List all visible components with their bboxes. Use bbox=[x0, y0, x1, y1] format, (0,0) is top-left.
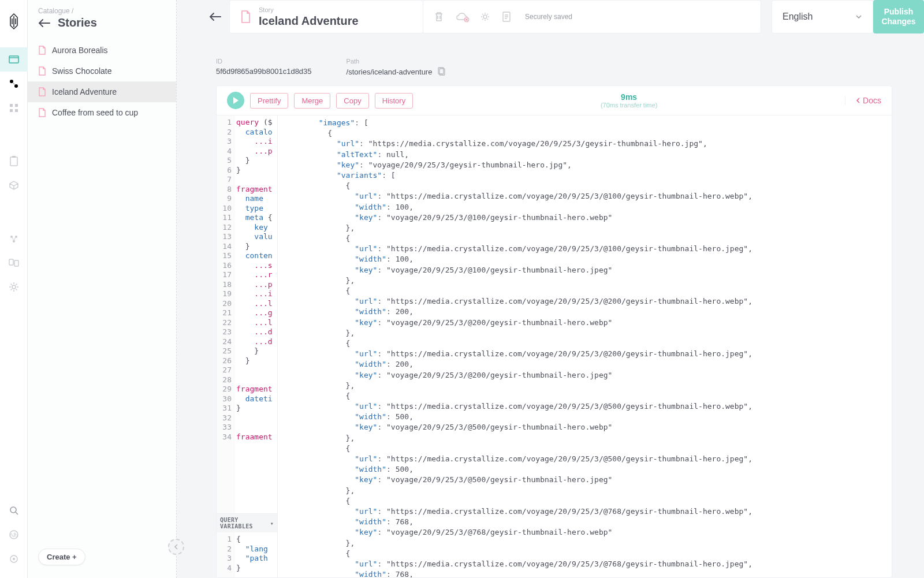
svg-point-21 bbox=[483, 15, 487, 18]
crystallize-logo[interactable] bbox=[7, 13, 21, 30]
back-arrow[interactable] bbox=[38, 18, 51, 28]
svg-rect-5 bbox=[10, 109, 13, 112]
svg-point-1 bbox=[10, 80, 13, 83]
back-button[interactable] bbox=[208, 0, 222, 33]
path-label: Path bbox=[346, 58, 446, 65]
sidebar-item[interactable]: Swiss Chocolate bbox=[28, 61, 176, 81]
document-icon bbox=[240, 10, 251, 23]
nav-translate[interactable] bbox=[0, 251, 28, 275]
result-pane[interactable]: "images": [ { "url": "https://media.crys… bbox=[278, 115, 892, 577]
document-icon bbox=[38, 87, 46, 96]
query-gutter: 1234567891011121314151617181920212223242… bbox=[217, 115, 235, 513]
document-icon bbox=[38, 46, 46, 55]
timing-sub: (70ms transfer time) bbox=[419, 102, 839, 109]
query-vars-header[interactable]: QUERY VARIABLES ▾ bbox=[217, 513, 277, 532]
svg-rect-3 bbox=[10, 104, 13, 107]
svg-rect-13 bbox=[14, 260, 18, 266]
nav-settings[interactable] bbox=[0, 275, 28, 299]
sidebar-title: Stories bbox=[58, 16, 97, 29]
copy-button[interactable]: Copy bbox=[336, 93, 368, 109]
nav-webhook[interactable] bbox=[0, 226, 28, 251]
save-status: Securely saved bbox=[525, 13, 572, 21]
sidebar-item[interactable]: Aurora Borealis bbox=[28, 40, 176, 61]
document-icon bbox=[38, 66, 46, 76]
svg-point-15 bbox=[10, 507, 16, 513]
nav-shapes[interactable] bbox=[0, 72, 28, 96]
copy-path-icon[interactable] bbox=[438, 67, 446, 76]
svg-point-2 bbox=[14, 84, 18, 88]
nav-help[interactable]: Aあ bbox=[0, 523, 28, 547]
nav-catalogue[interactable] bbox=[0, 47, 28, 72]
svg-point-14 bbox=[12, 285, 16, 289]
run-query-button[interactable] bbox=[227, 92, 244, 109]
document-icon bbox=[38, 108, 46, 117]
timing: 9ms bbox=[419, 92, 839, 102]
query-editor[interactable]: query ($ catalo ...i ...p }} fragment na… bbox=[235, 115, 273, 513]
svg-text:Aあ: Aあ bbox=[9, 532, 18, 538]
query-vars-editor[interactable]: { "lang "path} bbox=[235, 532, 268, 577]
svg-point-11 bbox=[13, 240, 15, 243]
breadcrumb[interactable]: Catalogue / bbox=[38, 7, 166, 15]
sidebar-item[interactable]: Coffee from seed to cup bbox=[28, 102, 176, 123]
merge-button[interactable]: Merge bbox=[294, 93, 330, 109]
kicker: Story bbox=[259, 6, 359, 13]
publish-button[interactable]: Publish Changes bbox=[873, 0, 924, 33]
id-label: ID bbox=[216, 58, 312, 65]
svg-rect-8 bbox=[12, 156, 16, 158]
svg-rect-7 bbox=[10, 157, 17, 166]
svg-rect-0 bbox=[9, 56, 18, 63]
svg-rect-12 bbox=[9, 259, 13, 265]
nav-search[interactable] bbox=[0, 498, 28, 523]
id-value: 5f6d9f865a99b8001c1d8d35 bbox=[216, 67, 312, 76]
svg-point-19 bbox=[13, 558, 15, 560]
svg-rect-6 bbox=[15, 109, 18, 112]
create-button[interactable]: Create + bbox=[38, 549, 85, 565]
chevron-down-icon bbox=[855, 14, 862, 19]
page-title: Iceland Adventure bbox=[259, 14, 359, 28]
chevron-down-icon: ▾ bbox=[270, 520, 274, 527]
gear-icon[interactable] bbox=[480, 12, 490, 22]
language-select[interactable]: English bbox=[772, 0, 873, 33]
sidebar-item[interactable]: Iceland Adventure bbox=[28, 81, 176, 102]
nav-cube[interactable] bbox=[0, 173, 28, 197]
path-value: /stories/iceland-adventure bbox=[346, 68, 433, 76]
nav-clipboard[interactable] bbox=[0, 149, 28, 173]
docs-link[interactable]: Docs bbox=[845, 96, 881, 105]
nav-gear[interactable] bbox=[0, 547, 28, 571]
cloud-sync-icon[interactable] bbox=[456, 12, 468, 21]
prettify-button[interactable]: Prettify bbox=[250, 93, 288, 109]
svg-rect-4 bbox=[15, 104, 18, 107]
collapse-sidebar[interactable] bbox=[168, 539, 184, 555]
delete-icon[interactable] bbox=[434, 11, 444, 23]
nav-grid[interactable] bbox=[0, 96, 28, 120]
history-button[interactable]: History bbox=[375, 93, 413, 109]
notes-icon[interactable] bbox=[502, 11, 511, 23]
